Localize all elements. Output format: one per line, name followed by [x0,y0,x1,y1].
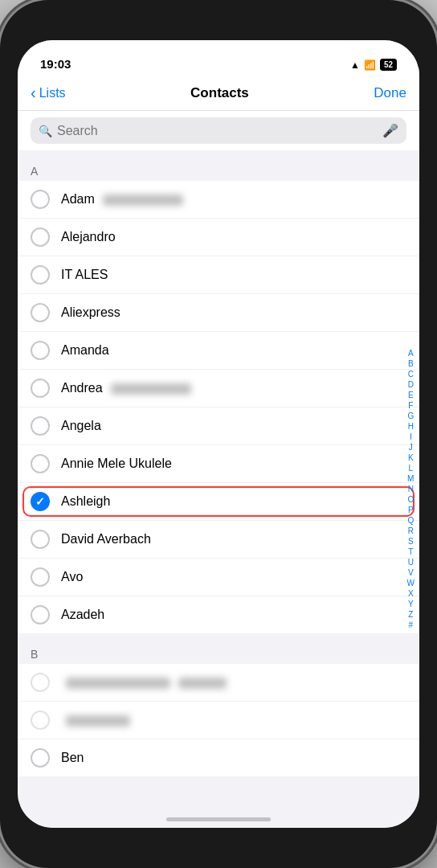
done-button[interactable]: Done [374,85,406,101]
alpha-f[interactable]: F [408,401,413,411]
contact-name: Annie Mele Ukulele [61,457,406,471]
alpha-z[interactable]: Z [408,610,413,620]
wifi-icon: 📶 [364,59,376,71]
alpha-g[interactable]: G [407,411,414,421]
nav-title: Contacts [190,85,249,101]
radio-unchecked [31,454,50,473]
contact-name: Angela [61,419,406,433]
alpha-u[interactable]: U [408,558,414,567]
alpha-t[interactable]: T [408,547,413,557]
list-item[interactable]: Ben [18,739,419,776]
contact-name: IT ALES [61,268,406,282]
blurred-name [66,715,130,727]
contact-name: Ashleigh [61,494,406,509]
alpha-a[interactable]: A [408,349,414,358]
contact-name: Ben [61,751,406,765]
search-container: 🔍 🎤 [18,111,419,150]
list-item[interactable]: Azadeh [18,596,419,633]
alpha-e[interactable]: E [408,391,414,400]
radio-unchecked [31,265,50,285]
section-list-b: Ben [18,664,419,776]
contact-name: Avo [61,570,406,584]
alpha-q[interactable]: Q [407,516,414,526]
list-item[interactable]: Alejandro [18,219,419,256]
radio-unchecked [31,673,50,692]
section-list-a: Adam Alejandro IT ALES Aliexpress Amand [18,181,419,633]
list-item[interactable]: Annie Mele Ukulele [18,445,419,483]
contact-name: Amanda [61,343,406,358]
section-header-a: A [18,150,419,181]
back-button[interactable]: ‹ Lists [31,85,66,100]
blurred-name [66,678,170,689]
list-item[interactable] [18,664,419,702]
radio-unchecked [31,416,50,436]
alpha-i[interactable]: I [410,432,412,442]
list-item[interactable] [18,702,419,739]
search-icon: 🔍 [39,125,52,137]
alpha-j[interactable]: J [409,443,413,452]
radio-unchecked [31,379,50,398]
radio-unchecked [31,190,50,209]
blurred-name-2 [178,678,227,689]
blurred-surname [111,383,191,395]
contact-name [61,713,406,727]
status-bar: 19:03 ▲ 📶 52 [18,40,419,76]
phone-screen: 19:03 ▲ 📶 52 ‹ Lists Contacts Done 🔍 🎤 [18,40,419,828]
alpha-w[interactable]: W [407,579,415,588]
microphone-icon[interactable]: 🎤 [382,123,398,138]
alpha-b[interactable]: B [408,359,414,369]
radio-unchecked [31,303,50,322]
list-item[interactable]: Aliexpress [18,294,419,332]
alpha-s[interactable]: S [408,537,414,547]
list-item[interactable]: Andrea [18,370,419,407]
alpha-hash[interactable]: # [408,620,413,630]
radio-unchecked [31,605,50,624]
radio-unchecked [31,341,50,360]
battery-badge: 52 [380,59,397,71]
alpha-r[interactable]: R [408,526,414,536]
search-bar[interactable]: 🔍 🎤 [31,117,406,144]
list-item[interactable]: Amanda [18,332,419,370]
radio-unchecked [31,748,50,768]
home-indicator [166,817,271,821]
alpha-d[interactable]: D [408,380,414,390]
contact-name [61,675,406,690]
radio-checked: ✓ [31,492,50,511]
alpha-l[interactable]: L [408,464,413,473]
section-header-b: B [18,633,419,664]
list-item[interactable]: Adam [18,181,419,219]
list-item-ashleigh[interactable]: ✓ Ashleigh [18,483,419,521]
contact-name: Azadeh [61,608,406,622]
alpha-p[interactable]: P [408,506,414,515]
alpha-index: A B C D E F G H I J K L M N O P Q R S T [407,349,415,630]
status-time: 19:03 [40,57,71,71]
radio-unchecked [31,227,50,247]
list-item[interactable]: IT ALES [18,256,419,294]
phone-shell: 19:03 ▲ 📶 52 ‹ Lists Contacts Done 🔍 🎤 [0,0,437,868]
alpha-v[interactable]: V [408,568,414,578]
alpha-h[interactable]: H [408,422,414,432]
alpha-c[interactable]: C [408,370,414,379]
contact-name: Adam [61,192,406,207]
list-item[interactable]: David Averbach [18,521,419,559]
back-label: Lists [39,86,66,100]
chevron-left-icon: ‹ [31,84,36,100]
blurred-surname [103,194,183,206]
list-item[interactable]: Angela [18,407,419,445]
alpha-k[interactable]: K [408,453,414,463]
search-input[interactable] [57,124,378,138]
notch [154,0,283,23]
list-item[interactable]: Avo [18,559,419,596]
alpha-x[interactable]: X [408,589,414,599]
contact-name: David Averbach [61,532,406,547]
alpha-y[interactable]: Y [408,600,414,609]
contact-name: Alejandro [61,230,406,244]
alpha-m[interactable]: M [407,474,414,484]
nav-bar: ‹ Lists Contacts Done [18,76,419,111]
contact-name: Andrea [61,381,406,395]
radio-unchecked [31,530,50,549]
alpha-o[interactable]: O [407,495,414,505]
radio-unchecked [31,710,50,730]
alpha-n[interactable]: N [408,485,414,494]
signal-icon: ▲ [350,59,360,71]
